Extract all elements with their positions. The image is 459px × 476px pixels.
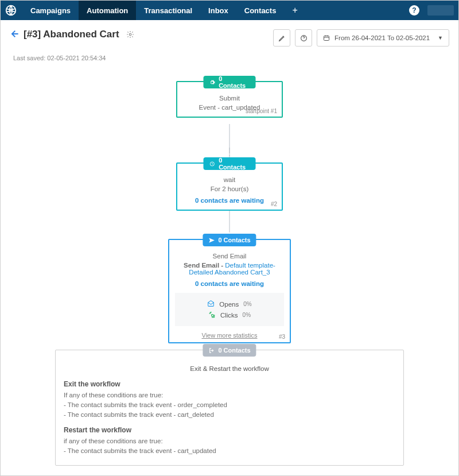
exit-condition: - The contact submits the track event - … [64, 401, 395, 408]
send-icon [208, 237, 215, 243]
node-tag: #3 [279, 334, 285, 340]
header-help-button[interactable] [295, 29, 312, 47]
opens-label: Opens [219, 301, 239, 308]
nav-add[interactable]: + [284, 1, 305, 20]
node-exit-restart[interactable]: 0 Contacts Exit & Restart the workflow E… [55, 350, 404, 466]
exit-heading: Exit the workflow [64, 380, 395, 388]
svg-point-0 [6, 6, 16, 16]
nav-transactional[interactable]: Transactional [136, 1, 200, 20]
cursor-click-icon [208, 311, 216, 319]
view-more-statistics-link[interactable]: View more statistics [175, 332, 284, 339]
opens-value: 0% [243, 301, 251, 307]
clock-icon [209, 161, 216, 167]
restart-condition: - The contact submits the track event - … [64, 447, 395, 454]
node-subtitle: For 2 hour(s) [183, 185, 276, 192]
page-title: [#3] Abandoned Cart [24, 29, 119, 40]
clicks-label: Clicks [220, 312, 238, 319]
node-subtitle: Send Email - Default template-Detailed A… [175, 262, 284, 276]
restart-heading: Restart the workflow [64, 426, 395, 434]
nav-automation[interactable]: Automation [79, 1, 136, 20]
exit-icon [208, 347, 215, 354]
node-wait[interactable]: 0 Contacts wait For 2 hour(s) 0 contacts… [176, 162, 283, 211]
brand-logo[interactable] [3, 2, 19, 18]
edit-button[interactable] [273, 29, 290, 47]
page-header: [#3] Abandoned Cart From 26-04-2021 To 0… [1, 20, 458, 50]
restart-conditions-intro: if any of these conditions are true: [64, 438, 395, 444]
node-title: Submit [183, 95, 276, 102]
node-startpoint[interactable]: 0 Contacts Submit Event - cart_updated s… [176, 81, 283, 118]
email-stats: Opens 0% Clicks 0% [175, 293, 284, 326]
svg-point-1 [129, 33, 131, 36]
date-range-picker[interactable]: From 26-04-2021 To 02-05-2021 ▼ [317, 29, 449, 47]
node-title: Exit & Restart the workflow [64, 365, 395, 372]
nav-inbox[interactable]: Inbox [200, 1, 236, 20]
svg-rect-3 [324, 36, 329, 41]
nav-contacts[interactable]: Contacts [236, 1, 285, 20]
contacts-waiting-link[interactable]: 0 contacts are waiting [195, 197, 264, 204]
envelope-open-icon [207, 300, 215, 308]
top-nav: Campaigns Automation Transactional Inbox… [1, 1, 458, 20]
node-badge: 0 Contacts [204, 157, 256, 170]
node-title: Send Email [175, 253, 284, 260]
node-badge: 0 Contacts [204, 76, 256, 88]
node-tag: startpoint #1 [246, 108, 277, 114]
node-tag: #2 [271, 201, 277, 207]
connector [230, 148, 230, 153]
node-badge: 0 Contacts [203, 234, 256, 246]
chevron-down-icon: ▼ [438, 35, 443, 41]
last-saved-label: Last saved: 02-05-2021 20:54:34 [13, 55, 458, 61]
back-arrow-icon[interactable] [10, 29, 19, 40]
account-menu[interactable] [427, 5, 454, 16]
date-range-label: From 26-04-2021 To 02-05-2021 [334, 34, 430, 41]
nav-campaigns[interactable]: Campaigns [22, 1, 79, 20]
workflow-canvas: 0 Contacts Submit Event - cart_updated s… [7, 75, 452, 476]
node-title: wait [183, 176, 276, 183]
exit-conditions-intro: If any of these conditions are true: [64, 392, 395, 398]
connector [230, 210, 230, 233]
gear-icon[interactable] [124, 28, 137, 41]
help-icon[interactable]: ? [409, 5, 419, 16]
node-badge: 0 Contacts [203, 344, 256, 357]
node-send-email[interactable]: 0 Contacts Send Email Send Email - Defau… [168, 239, 291, 343]
clicks-value: 0% [243, 312, 251, 318]
gear-icon [209, 79, 216, 86]
contacts-waiting-link[interactable]: 0 contacts are waiting [195, 280, 264, 287]
calendar-icon [323, 34, 330, 41]
exit-condition: - The contact submits the track event - … [64, 411, 395, 418]
